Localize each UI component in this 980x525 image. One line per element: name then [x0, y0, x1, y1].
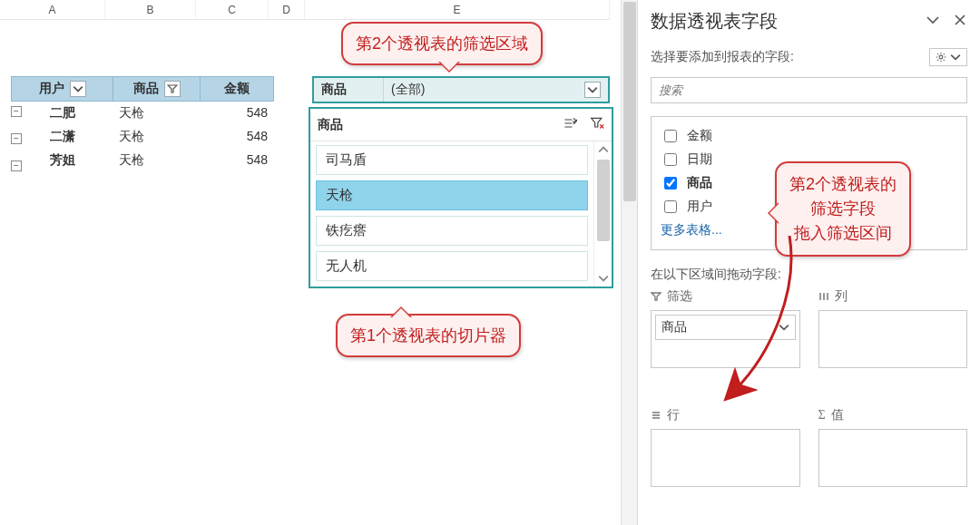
slicer-panel[interactable]: 商品 司马盾 天枪 铁疙瘩 无人机	[309, 107, 613, 288]
pivot1-header-user[interactable]: 用户	[12, 77, 113, 101]
gear-icon	[936, 52, 946, 63]
slicer-scrollbar[interactable]	[593, 141, 612, 287]
slicer-tools	[563, 116, 604, 133]
chip-label: 商品	[662, 319, 687, 335]
pivot1-user-cell[interactable]: 二肥	[12, 102, 113, 125]
scroll-up-button[interactable]	[594, 141, 612, 158]
rows-drop-box[interactable]	[651, 429, 800, 487]
slicer-title: 商品	[318, 117, 343, 133]
drop-areas: 筛选 商品 列 行	[638, 288, 980, 525]
pivot1-amount-cell[interactable]: 548	[201, 102, 273, 125]
annotation-callout: 第1个透视表的切片器	[336, 314, 521, 357]
col-header-A[interactable]: A	[0, 0, 105, 20]
field-search-input[interactable]	[652, 78, 937, 102]
pivot1-product-cell[interactable]: 天枪	[113, 149, 201, 172]
slicer-item[interactable]: 司马盾	[316, 145, 588, 175]
field-checkbox[interactable]	[664, 177, 677, 190]
values-area[interactable]: Σ 值	[818, 407, 968, 513]
filter-drop-box[interactable]: 商品	[651, 310, 800, 368]
col-header-B[interactable]: B	[105, 0, 196, 20]
field-list-options-button[interactable]	[929, 48, 967, 66]
clear-filter-button[interactable]	[590, 116, 604, 133]
pivottable-field-list-pane: 数据透视表字段 选择要添加到报表的字段:	[637, 0, 980, 525]
table-row[interactable]: 二肥 天枪 548	[11, 102, 274, 125]
collapse-button[interactable]: −	[11, 160, 22, 171]
pivot2-filter-value-cell[interactable]: (全部)	[383, 78, 608, 102]
pivot1-user-cell[interactable]: 二潇	[12, 125, 113, 149]
column-headers-row: A B C D E	[0, 0, 637, 20]
slicer-item[interactable]: 无人机	[316, 251, 588, 281]
field-pane-header: 数据透视表字段	[638, 0, 980, 43]
pivot1-user-cell[interactable]: 芳姐	[12, 149, 113, 172]
callout-text: 第2个透视表的筛选区域	[356, 34, 528, 53]
pivot2-filter-row[interactable]: 商品 (全部)	[312, 76, 610, 103]
chevron-down-icon	[598, 273, 609, 284]
field-checkbox[interactable]	[664, 200, 677, 213]
field-chip[interactable]: 商品	[655, 315, 796, 340]
filter-dropdown-button[interactable]	[70, 81, 86, 97]
sigma-icon: Σ	[818, 408, 826, 423]
scroll-thumb[interactable]	[623, 2, 636, 201]
columns-drop-box[interactable]	[818, 310, 968, 368]
slicer-item[interactable]: 天枪	[316, 180, 588, 210]
field-checkbox[interactable]	[664, 130, 677, 142]
callout-text: 筛选字段	[789, 197, 897, 221]
worksheet-scrollbar[interactable]	[621, 0, 637, 525]
table-row[interactable]: 二潇 天枪 548	[11, 125, 274, 149]
collapse-button[interactable]: −	[11, 106, 22, 117]
field-pane-subtitle-row: 选择要添加到报表的字段:	[638, 43, 980, 72]
area-label: 值	[831, 407, 844, 423]
search-icon	[945, 82, 959, 96]
table-row[interactable]: 芳姐 天枪 548	[11, 149, 274, 172]
field-search-box[interactable]	[651, 77, 967, 103]
rows-area[interactable]: 行	[651, 407, 800, 513]
close-pane-button[interactable]	[953, 13, 967, 30]
filter-dropdown-button[interactable]	[584, 82, 601, 98]
filter-area[interactable]: 筛选 商品	[651, 288, 800, 394]
field-item[interactable]: 金额	[659, 124, 959, 148]
chevron-down-icon	[779, 322, 789, 333]
rows-icon	[651, 410, 662, 421]
clear-filter-icon	[590, 116, 604, 131]
pivot-table-1[interactable]: 用户 商品 金额 二肥 天枪	[11, 76, 274, 172]
values-drop-box[interactable]	[818, 429, 968, 487]
close-icon	[953, 13, 967, 27]
pivot1-header-amount: 金额	[201, 77, 273, 101]
field-pane-title: 数据透视表字段	[651, 9, 778, 34]
callout-text: 第2个透视表的	[789, 172, 897, 197]
area-label: 列	[835, 288, 848, 305]
area-label: 行	[667, 407, 680, 423]
slicer-items-list: 司马盾 天枪 铁疙瘩 无人机	[310, 141, 593, 287]
worksheet-area[interactable]: A B C D E 用户 商品	[0, 0, 637, 525]
svg-point-1	[955, 84, 960, 92]
pivot1-amount-cell[interactable]: 548	[201, 125, 273, 149]
pivot1-amount-cell[interactable]: 548	[201, 149, 273, 172]
chevron-down-icon	[73, 83, 83, 94]
pivot1-header-user-label: 用户	[39, 81, 64, 97]
collapse-button[interactable]: −	[11, 133, 22, 144]
slicer-item[interactable]: 铁疙瘩	[316, 216, 588, 246]
field-label: 用户	[687, 199, 712, 215]
field-checkbox[interactable]	[664, 153, 677, 166]
field-label: 日期	[687, 151, 712, 168]
field-label: 金额	[687, 128, 712, 144]
pivot2-filter-value: (全部)	[391, 82, 425, 98]
pivot1-product-cell[interactable]: 天枪	[113, 125, 201, 149]
col-header-C[interactable]: C	[196, 0, 269, 20]
scroll-thumb[interactable]	[597, 160, 610, 241]
pivot2-filter-label: 商品	[314, 78, 383, 102]
pivot1-product-cell[interactable]: 天枪	[113, 102, 201, 125]
pivot1-header-product[interactable]: 商品	[113, 77, 201, 101]
col-header-E[interactable]: E	[305, 0, 610, 20]
scroll-down-button[interactable]	[594, 270, 612, 287]
multi-select-button[interactable]	[563, 116, 577, 133]
pivot1-header-row: 用户 商品 金额	[11, 76, 274, 102]
annotation-callout: 第2个透视表的筛选区域	[341, 22, 543, 65]
filter-dropdown-button[interactable]	[164, 81, 181, 97]
multi-select-icon	[563, 116, 577, 131]
collapse-pane-button[interactable]	[926, 13, 940, 30]
columns-area[interactable]: 列	[818, 288, 968, 394]
col-header-D[interactable]: D	[269, 0, 305, 20]
pivot1-header-product-label: 商品	[133, 81, 159, 97]
search-button[interactable]	[937, 82, 966, 99]
